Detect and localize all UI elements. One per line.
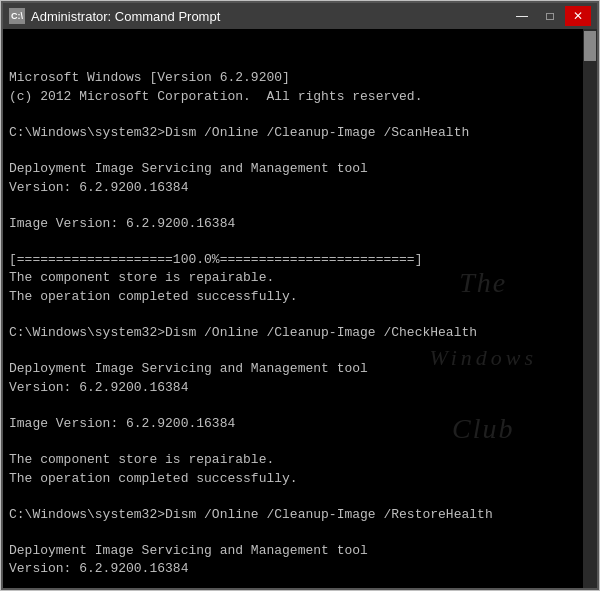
scrollbar[interactable] (583, 29, 597, 588)
maximize-button[interactable]: □ (537, 6, 563, 26)
title-bar-left: C:\ Administrator: Command Prompt (9, 8, 220, 24)
window-controls: — □ ✕ (509, 6, 591, 26)
minimize-button[interactable]: — (509, 6, 535, 26)
console-output[interactable]: Microsoft Windows [Version 6.2.9200] (c)… (3, 29, 597, 588)
scrollbar-thumb[interactable] (584, 31, 596, 61)
window-icon: C:\ (9, 8, 25, 24)
console-text: Microsoft Windows [Version 6.2.9200] (c)… (9, 69, 591, 588)
title-bar: C:\ Administrator: Command Prompt — □ ✕ (3, 3, 597, 29)
window-title: Administrator: Command Prompt (31, 9, 220, 24)
close-button[interactable]: ✕ (565, 6, 591, 26)
command-prompt-window: C:\ Administrator: Command Prompt — □ ✕ … (1, 1, 599, 590)
